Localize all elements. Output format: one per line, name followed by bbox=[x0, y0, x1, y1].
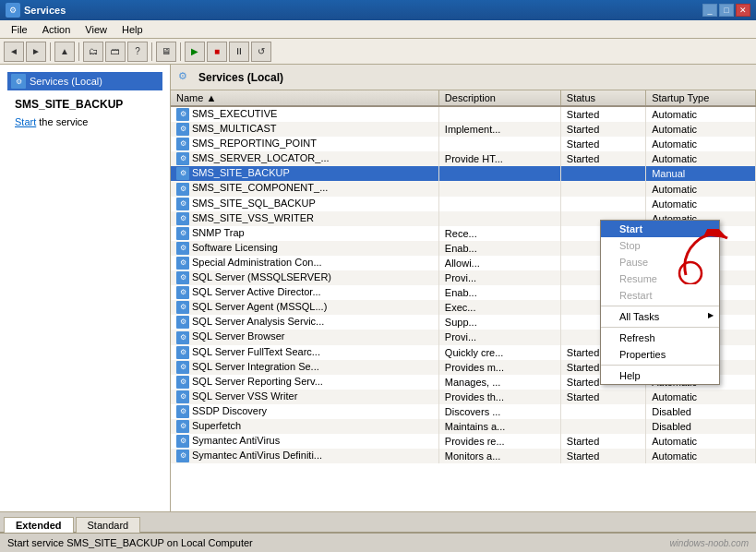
context-menu-item-start[interactable]: Start bbox=[601, 221, 719, 237]
cell-description: Supp... bbox=[438, 315, 560, 330]
cell-name: ⚙SMS_SITE_BACKUP bbox=[171, 166, 438, 181]
table-row[interactable]: ⚙SMS_EXECUTIVEStartedAutomatic bbox=[171, 106, 756, 122]
new-window-button[interactable]: 🖥 bbox=[156, 42, 176, 62]
table-row[interactable]: ⚙SMS_SITE_BACKUPManual bbox=[171, 166, 756, 181]
tab-extended[interactable]: Extended bbox=[4, 517, 74, 533]
cell-name: ⚙SNMP Trap bbox=[171, 226, 438, 241]
cell-description bbox=[438, 181, 560, 196]
menu-file[interactable]: File bbox=[4, 23, 35, 36]
table-row[interactable]: ⚙Symantec AntiVirus Definiti...Monitors … bbox=[171, 449, 756, 463]
stop-button[interactable]: ■ bbox=[207, 42, 227, 62]
cell-name: ⚙SQL Server Reporting Serv... bbox=[171, 375, 438, 390]
cell-name: ⚙SMS_SITE_COMPONENT_... bbox=[171, 181, 438, 196]
table-row[interactable]: ⚙SMS_SITE_COMPONENT_...Automatic bbox=[171, 181, 756, 196]
cell-startup: Manual bbox=[646, 166, 756, 181]
cell-description: Monitors a... bbox=[438, 449, 560, 463]
toolbar-separator-2 bbox=[78, 42, 79, 61]
up-button[interactable]: ▲ bbox=[54, 42, 75, 62]
start-service-link[interactable]: Start bbox=[15, 116, 36, 127]
table-row[interactable]: ⚙SuperfetchMaintains a...Disabled bbox=[171, 419, 756, 434]
row-icon: ⚙ bbox=[176, 420, 189, 433]
cell-description: Provides th... bbox=[438, 390, 560, 404]
cell-name: ⚙SQL Server Active Director... bbox=[171, 285, 438, 300]
cell-status: Started bbox=[560, 137, 645, 151]
show-hide-button[interactable]: 🗂 bbox=[83, 42, 103, 62]
cell-startup: Automatic bbox=[646, 197, 756, 211]
row-icon: ⚙ bbox=[176, 286, 189, 299]
back-button[interactable]: ◄ bbox=[4, 42, 24, 62]
table-row[interactable]: ⚙Symantec AntiVirusProvides re...Started… bbox=[171, 434, 756, 449]
cell-description: Enab... bbox=[438, 285, 560, 300]
row-icon: ⚙ bbox=[176, 390, 189, 403]
context-menu-item-pause: Pause bbox=[601, 254, 719, 270]
menu-help[interactable]: Help bbox=[114, 23, 150, 36]
table-row[interactable]: ⚙SMS_SITE_SQL_BACKUPAutomatic bbox=[171, 197, 756, 211]
help-button[interactable]: ? bbox=[127, 42, 148, 62]
table-row[interactable]: ⚙SQL Server VSS WriterProvides th...Star… bbox=[171, 390, 756, 404]
cell-description: Manages, ... bbox=[438, 375, 560, 390]
row-icon: ⚙ bbox=[176, 108, 189, 121]
row-icon: ⚙ bbox=[176, 271, 189, 284]
cell-status: Started bbox=[560, 390, 645, 404]
cell-status bbox=[560, 181, 645, 196]
context-menu-item-help[interactable]: Help bbox=[601, 367, 719, 384]
cell-description: Provides m... bbox=[438, 360, 560, 375]
tree-item-services-local[interactable]: ⚙ Services (Local) bbox=[7, 72, 162, 90]
minimize-button[interactable]: _ bbox=[702, 4, 717, 17]
cell-description: Implement... bbox=[438, 122, 560, 137]
cell-status bbox=[560, 419, 645, 434]
cell-name: ⚙SQL Server (MSSQLSERVER) bbox=[171, 270, 438, 285]
cell-name: ⚙SMS_SERVER_LOCATOR_... bbox=[171, 151, 438, 166]
maximize-button[interactable]: □ bbox=[719, 4, 734, 17]
cell-name: ⚙SMS_EXECUTIVE bbox=[171, 106, 438, 122]
col-header-status[interactable]: Status bbox=[560, 90, 645, 106]
cell-name: ⚙Software Licensing bbox=[171, 241, 438, 256]
cell-status: Started bbox=[560, 449, 645, 463]
service-detail-name: SMS_SITE_BACKUP bbox=[15, 98, 155, 111]
close-button[interactable]: ✕ bbox=[736, 4, 750, 17]
col-header-name[interactable]: Name ▲ bbox=[171, 90, 438, 106]
cell-name: ⚙SQL Server Analysis Servic... bbox=[171, 315, 438, 330]
cell-startup: Automatic bbox=[646, 122, 756, 137]
table-row[interactable]: ⚙SMS_MULTICASTImplement...StartedAutomat… bbox=[171, 122, 756, 137]
menu-action[interactable]: Action bbox=[35, 23, 78, 36]
menu-bar: File Action View Help bbox=[0, 20, 756, 39]
cell-name: ⚙SQL Server VSS Writer bbox=[171, 390, 438, 404]
cell-name: ⚙Symantec AntiVirus bbox=[171, 434, 438, 449]
watermark: windows-noob.com bbox=[669, 538, 749, 548]
toolbar-separator-3 bbox=[151, 42, 152, 61]
restart-button[interactable]: ↺ bbox=[251, 42, 271, 62]
context-menu-item-properties[interactable]: Properties bbox=[601, 346, 719, 363]
services-panel-title: Services (Local) bbox=[198, 71, 283, 84]
table-row[interactable]: ⚙SMS_REPORTING_POINTStartedAutomatic bbox=[171, 137, 756, 151]
row-icon: ⚙ bbox=[176, 376, 189, 389]
status-bar: Start service SMS_SITE_BACKUP on Local C… bbox=[0, 532, 756, 552]
context-menu-item-refresh[interactable]: Refresh bbox=[601, 330, 719, 346]
play-button[interactable]: ▶ bbox=[185, 42, 205, 62]
table-row[interactable]: ⚙SSDP DiscoveryDiscovers ...Disabled bbox=[171, 404, 756, 419]
cell-name: ⚙SQL Server Browser bbox=[171, 330, 438, 344]
title-bar: ⚙ Services _ □ ✕ bbox=[0, 0, 756, 20]
folder-button[interactable]: 🗃 bbox=[105, 42, 126, 62]
window-title: Services bbox=[24, 5, 702, 16]
menu-view[interactable]: View bbox=[78, 23, 114, 36]
row-icon: ⚙ bbox=[176, 152, 189, 165]
cell-description: Provides re... bbox=[438, 434, 560, 449]
toolbar-separator-4 bbox=[180, 42, 181, 61]
context-menu-item-all-tasks[interactable]: All Tasks bbox=[601, 308, 719, 325]
cell-description: Allowi... bbox=[438, 256, 560, 270]
cell-startup: Automatic bbox=[646, 449, 756, 463]
cell-name: ⚙Symantec AntiVirus Definiti... bbox=[171, 449, 438, 463]
row-icon: ⚙ bbox=[176, 257, 189, 270]
tab-standard[interactable]: Standard bbox=[76, 517, 141, 533]
col-header-startup[interactable]: Startup Type bbox=[646, 90, 756, 106]
table-row[interactable]: ⚙SMS_SERVER_LOCATOR_...Provide HT...Star… bbox=[171, 151, 756, 166]
context-menu-item-resume: Resume bbox=[601, 270, 719, 287]
forward-button[interactable]: ► bbox=[26, 42, 46, 62]
services-icon: ⚙ bbox=[11, 74, 26, 89]
cell-description bbox=[438, 166, 560, 181]
cell-startup: Disabled bbox=[646, 404, 756, 419]
col-header-description[interactable]: Description bbox=[438, 90, 560, 106]
pause-button[interactable]: ⏸ bbox=[229, 42, 249, 62]
services-header: ⚙ Services (Local) bbox=[171, 65, 756, 90]
